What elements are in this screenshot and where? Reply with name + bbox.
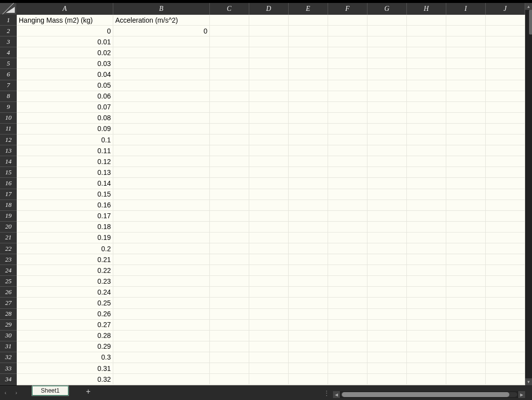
row-header-15[interactable]: 15	[0, 167, 17, 178]
cell-J10[interactable]	[486, 113, 525, 123]
cell-A20[interactable]: 0.18	[17, 222, 113, 232]
cell-F3[interactable]	[328, 36, 367, 47]
cell-C21[interactable]	[210, 233, 249, 243]
cell-H21[interactable]	[407, 233, 446, 243]
cell-D2[interactable]	[249, 26, 289, 36]
cell-I9[interactable]	[446, 102, 486, 112]
cell-A30[interactable]: 0.28	[17, 331, 113, 341]
cell-F5[interactable]	[328, 58, 367, 68]
cell-H28[interactable]	[407, 309, 446, 319]
cell-I30[interactable]	[446, 331, 486, 341]
cell-D14[interactable]	[249, 156, 289, 167]
cell-A27[interactable]: 0.25	[17, 298, 113, 308]
cell-E10[interactable]	[289, 113, 328, 123]
cell-H23[interactable]	[407, 254, 446, 265]
cell-E15[interactable]	[289, 167, 328, 177]
cell-I24[interactable]	[446, 265, 486, 275]
add-sheet-button[interactable]: +	[83, 386, 94, 397]
cell-G32[interactable]	[367, 352, 407, 363]
cell-F6[interactable]	[328, 69, 367, 79]
cell-B22[interactable]	[113, 243, 210, 254]
cell-I5[interactable]	[446, 58, 486, 68]
cell-J34[interactable]	[486, 374, 525, 384]
cell-J23[interactable]	[486, 254, 525, 265]
cell-G15[interactable]	[367, 167, 407, 177]
cell-I7[interactable]	[446, 80, 486, 91]
cell-E20[interactable]	[289, 222, 328, 232]
cell-J11[interactable]	[486, 124, 525, 134]
cell-G8[interactable]	[367, 91, 407, 101]
cell-D23[interactable]	[249, 254, 289, 265]
cell-B27[interactable]	[113, 298, 210, 308]
cell-H2[interactable]	[407, 26, 446, 36]
cell-D26[interactable]	[249, 287, 289, 297]
cell-C17[interactable]	[210, 189, 249, 200]
cell-A12[interactable]: 0.1	[17, 134, 113, 145]
row-header-1[interactable]: 1	[0, 15, 17, 26]
cell-A3[interactable]: 0.01	[17, 36, 113, 47]
cell-D28[interactable]	[249, 309, 289, 319]
cell-A2[interactable]: 0	[17, 26, 113, 36]
cell-H29[interactable]	[407, 320, 446, 330]
cell-B29[interactable]	[113, 320, 210, 330]
cell-A8[interactable]: 0.06	[17, 91, 113, 101]
row-header-28[interactable]: 28	[0, 309, 17, 320]
cell-D13[interactable]	[249, 145, 289, 156]
scroll-left-button[interactable]: ◀	[333, 391, 340, 398]
cell-J3[interactable]	[486, 36, 525, 47]
cell-B31[interactable]	[113, 341, 210, 352]
cell-H25[interactable]	[407, 276, 446, 286]
cell-A21[interactable]: 0.19	[17, 233, 113, 243]
cell-D22[interactable]	[249, 243, 289, 254]
cell-H8[interactable]	[407, 91, 446, 101]
row-header-14[interactable]: 14	[0, 156, 17, 167]
cell-F34[interactable]	[328, 374, 367, 384]
cell-F32[interactable]	[328, 352, 367, 363]
cell-E25[interactable]	[289, 276, 328, 286]
cell-G7[interactable]	[367, 80, 407, 91]
cell-C26[interactable]	[210, 287, 249, 297]
cell-A24[interactable]: 0.22	[17, 265, 113, 275]
cell-F2[interactable]	[328, 26, 367, 36]
cell-E19[interactable]	[289, 211, 328, 221]
cell-G17[interactable]	[367, 189, 407, 200]
cell-G25[interactable]	[367, 276, 407, 286]
cell-I14[interactable]	[446, 156, 486, 167]
cell-B9[interactable]	[113, 102, 210, 112]
row-header-21[interactable]: 21	[0, 233, 17, 243]
cell-D1[interactable]	[249, 15, 289, 25]
cell-G11[interactable]	[367, 124, 407, 134]
row-header-16[interactable]: 16	[0, 178, 17, 189]
cell-G1[interactable]	[367, 15, 407, 25]
cell-E28[interactable]	[289, 309, 328, 319]
cell-B33[interactable]	[113, 363, 210, 373]
cell-B18[interactable]	[113, 200, 210, 210]
cell-I20[interactable]	[446, 222, 486, 232]
cell-E7[interactable]	[289, 80, 328, 91]
cell-I19[interactable]	[446, 211, 486, 221]
cell-E11[interactable]	[289, 124, 328, 134]
cell-G30[interactable]	[367, 331, 407, 341]
cell-A25[interactable]: 0.23	[17, 276, 113, 286]
cell-I4[interactable]	[446, 47, 486, 58]
cell-E8[interactable]	[289, 91, 328, 101]
cell-I16[interactable]	[446, 178, 486, 188]
scroll-down-button[interactable]: ▼	[525, 378, 532, 385]
cell-H1[interactable]	[407, 15, 446, 25]
row-header-3[interactable]: 3	[0, 36, 17, 47]
cell-H26[interactable]	[407, 287, 446, 297]
cell-A7[interactable]: 0.05	[17, 80, 113, 91]
cell-E4[interactable]	[289, 47, 328, 58]
row-header-2[interactable]: 2	[0, 26, 17, 36]
cell-G10[interactable]	[367, 113, 407, 123]
cell-D17[interactable]	[249, 189, 289, 200]
cell-F16[interactable]	[328, 178, 367, 188]
cell-J9[interactable]	[486, 102, 525, 112]
cell-A17[interactable]: 0.15	[17, 189, 113, 200]
cell-A5[interactable]: 0.03	[17, 58, 113, 68]
col-header-J[interactable]: J	[486, 3, 525, 15]
vertical-scrollbar[interactable]: ▲ ▼	[525, 3, 532, 385]
cell-B16[interactable]	[113, 178, 210, 188]
cell-A22[interactable]: 0.2	[17, 243, 113, 254]
cell-F23[interactable]	[328, 254, 367, 265]
